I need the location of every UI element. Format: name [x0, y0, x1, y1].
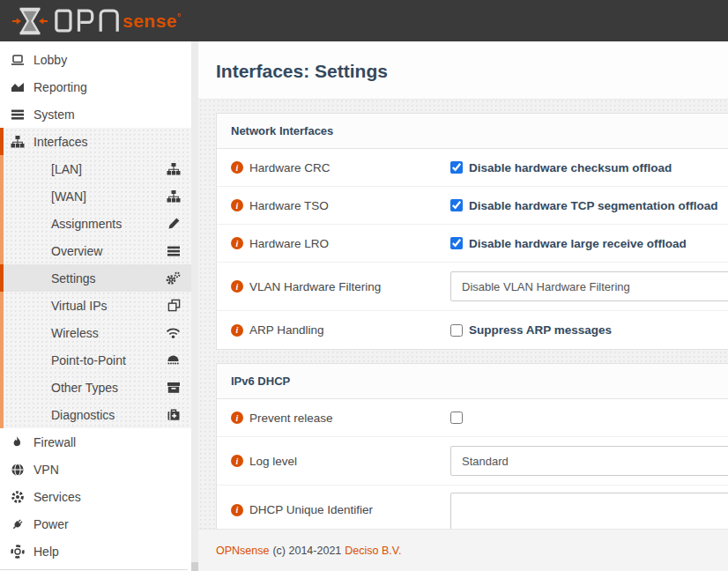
- info-icon[interactable]: [231, 504, 243, 516]
- info-icon[interactable]: [231, 237, 243, 249]
- page-footer: OPNsense (c) 2014-2021 Deciso B.V.: [198, 529, 728, 571]
- prevent-release-checkbox[interactable]: [450, 412, 463, 424]
- sense-logotype: sense°: [123, 11, 182, 32]
- sitemap-icon: [9, 135, 26, 149]
- form-row-arp-handling: ARP Handling Suppress ARP messages: [217, 311, 728, 349]
- sidebar-subitem-label: Virtual IPs: [51, 299, 108, 313]
- field-label: Prevent release: [249, 412, 333, 425]
- hardware-tso-checkbox[interactable]: [450, 199, 463, 211]
- field-label: VLAN Hardware Filtering: [249, 280, 381, 293]
- form-row-hardware-crc: Hardware CRC Disable hardware checksum o…: [217, 149, 728, 187]
- clone-icon: [167, 299, 181, 312]
- sidebar-subitem-point-to-point[interactable]: Point-to-Point: [0, 346, 191, 374]
- sidebar-subitem-label: [WAN]: [51, 189, 86, 204]
- sidebar-item-label: Reporting: [33, 80, 87, 94]
- gear-icon: [9, 490, 26, 504]
- sidebar-subitem-label: Point-to-Point: [51, 353, 126, 367]
- footer-opnsense-link[interactable]: OPNsense: [216, 545, 269, 557]
- info-icon[interactable]: [231, 455, 243, 467]
- info-icon[interactable]: [231, 324, 243, 337]
- medkit-icon: [167, 408, 181, 422]
- sidebar-subitem-settings[interactable]: Settings: [0, 264, 191, 292]
- sidebar-subitem-label: [LAN]: [51, 162, 82, 176]
- sidebar-subitem-wan[interactable]: [WAN]: [0, 182, 191, 210]
- sidebar-item-system[interactable]: System: [0, 100, 191, 128]
- sidebar-subitem-diagnostics[interactable]: Diagnostics: [0, 401, 191, 428]
- sidebar-item-interfaces[interactable]: Interfaces: [0, 128, 191, 155]
- info-icon[interactable]: [231, 161, 243, 174]
- area-chart-icon: [9, 80, 26, 94]
- field-label: Hardware CRC: [249, 161, 331, 174]
- sidebar-subitem-wireless[interactable]: Wireless: [0, 319, 191, 346]
- sidebar-item-help[interactable]: Help: [0, 538, 191, 565]
- page-title: Interfaces: Settings: [216, 61, 710, 82]
- section-header: IPv6 DHCP: [217, 364, 728, 399]
- fire-icon: [9, 435, 26, 449]
- sidebar-divider: [0, 569, 188, 570]
- select-value: Standard: [462, 455, 509, 468]
- sidebar-item-lobby[interactable]: Lobby: [0, 46, 191, 73]
- laptop-icon: [9, 53, 26, 67]
- log-level-select[interactable]: Standard: [450, 446, 728, 476]
- sidebar-item-power[interactable]: Power: [0, 510, 191, 538]
- cogs-icon: [166, 271, 181, 286]
- suppress-arp-checkbox[interactable]: [450, 324, 463, 337]
- checkbox-label: Suppress ARP messages: [469, 323, 612, 337]
- ipv6-dhcp-card: IPv6 DHCP Prevent release Log level: [216, 363, 728, 545]
- sidebar-subitem-label: Wireless: [51, 326, 99, 340]
- life-ring-icon: [9, 545, 26, 559]
- sitemap-icon: [167, 162, 181, 176]
- form-row-vlan-filtering: VLAN Hardware Filtering Disable VLAN Har…: [217, 263, 728, 311]
- archive-icon: [167, 381, 181, 394]
- top-header-bar: sense°: [0, 0, 728, 41]
- info-icon[interactable]: [231, 280, 243, 293]
- sidebar-item-firewall[interactable]: Firewall: [0, 428, 191, 456]
- plug-icon: [9, 517, 26, 531]
- field-label: Log level: [249, 455, 297, 468]
- sidebar-subitem-lan[interactable]: [LAN]: [0, 155, 191, 182]
- vlan-filtering-select[interactable]: Disable VLAN Hardware Filtering: [450, 271, 728, 301]
- sidebar-subitem-label: Overview: [51, 244, 102, 258]
- sidebar-item-label: Power: [33, 517, 69, 531]
- sitemap-icon: [167, 189, 181, 204]
- section-header: Network Interfaces: [217, 114, 728, 149]
- info-icon[interactable]: [231, 199, 243, 211]
- sidebar-scrollbar-track[interactable]: [191, 41, 198, 571]
- opn-logotype: [54, 8, 121, 33]
- field-label: Hardware LRO: [249, 237, 329, 250]
- sidebar-subitem-virtual-ips[interactable]: Virtual IPs: [0, 292, 191, 319]
- checkbox-label: Disable hardware checksum offload: [469, 161, 672, 174]
- hourglass-logo-icon: [11, 5, 48, 37]
- modem-icon: [166, 353, 181, 367]
- hardware-crc-checkbox[interactable]: [450, 161, 463, 174]
- opnsense-logo[interactable]: sense°: [11, 5, 182, 37]
- sidebar-subitem-label: Diagnostics: [51, 408, 115, 422]
- logo-mark: °: [177, 12, 182, 22]
- sidebar-item-label: Help: [33, 545, 59, 559]
- pencil-icon: [167, 217, 181, 230]
- sidebar-item-label: Firewall: [33, 435, 76, 449]
- sidebar-subitem-assignments[interactable]: Assignments: [0, 210, 191, 237]
- sidebar-item-vpn[interactable]: VPN: [0, 456, 191, 483]
- info-icon[interactable]: [231, 412, 243, 424]
- interfaces-menu-group: Interfaces [LAN] [WAN] Assignments: [0, 128, 191, 428]
- sidebar-item-services[interactable]: Services: [0, 483, 191, 510]
- page-title-bar: Interfaces: Settings: [198, 41, 728, 100]
- select-value: Disable VLAN Hardware Filtering: [462, 280, 630, 293]
- sidebar-item-label: Lobby: [33, 53, 67, 67]
- field-label: DHCP Unique Identifier: [249, 503, 373, 516]
- form-row-prevent-release: Prevent release: [217, 399, 728, 437]
- sidebar-item-label: Services: [33, 490, 81, 504]
- sidebar-scrollbar-thumb[interactable]: [191, 562, 198, 571]
- sidebar-subitem-overview[interactable]: Overview: [0, 237, 191, 264]
- field-label: ARP Handling: [249, 323, 324, 337]
- checkbox-label: Disable hardware TCP segmentation offloa…: [469, 199, 718, 212]
- hardware-lro-checkbox[interactable]: [450, 237, 463, 249]
- sidebar-item-reporting[interactable]: Reporting: [0, 73, 191, 100]
- sidebar-item-label: VPN: [33, 463, 59, 477]
- sidebar-subitem-other-types[interactable]: Other Types: [0, 374, 191, 401]
- list-icon: [9, 108, 26, 122]
- footer-deciso-link[interactable]: Deciso B.V.: [345, 545, 401, 557]
- sidebar-item-label: Interfaces: [33, 135, 87, 149]
- globe-icon: [9, 463, 26, 477]
